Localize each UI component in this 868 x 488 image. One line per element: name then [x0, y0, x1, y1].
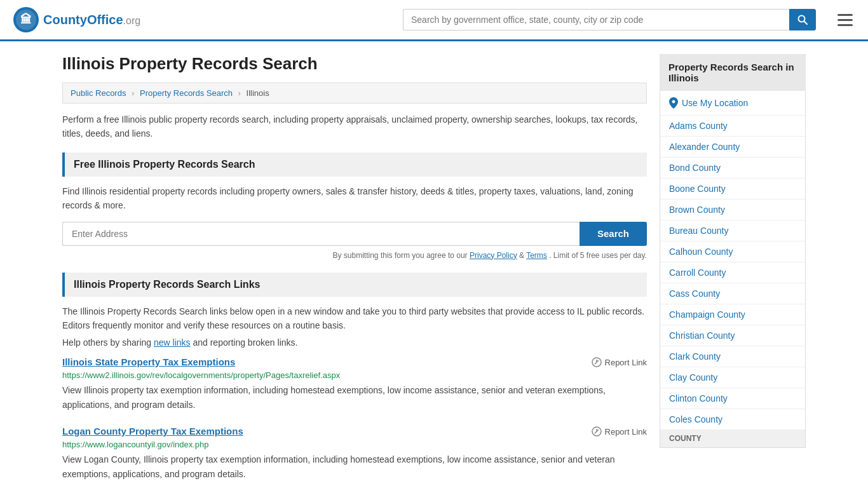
privacy-policy-link[interactable]: Privacy Policy: [470, 251, 517, 260]
free-search-heading: Free Illinois Property Records Search: [62, 152, 647, 177]
links-section-heading: Illinois Property Records Search Links: [62, 273, 647, 297]
sidebar-county-11[interactable]: Clark County: [660, 346, 805, 367]
sidebar-county-10[interactable]: Christian County: [660, 325, 805, 346]
report-link-1-button[interactable]: Report Link: [592, 426, 647, 437]
sidebar-county-0[interactable]: Adams County: [660, 116, 805, 137]
breadcrumb-property-records-search[interactable]: Property Records Search: [140, 88, 233, 98]
hamburger-line-1: [837, 14, 853, 16]
content-area: Illinois Property Records Search Public …: [62, 54, 647, 488]
use-my-location-button[interactable]: Use My Location: [660, 91, 805, 116]
sidebar-county-3[interactable]: Boone County: [660, 179, 805, 200]
sidebar-county-6[interactable]: Calhoun County: [660, 241, 805, 262]
terms-link[interactable]: Terms: [526, 251, 547, 260]
search-icon: [797, 15, 808, 25]
main-wrapper: Illinois Property Records Search Public …: [53, 41, 815, 488]
report-link-0-button[interactable]: Report Link: [592, 357, 647, 367]
logo[interactable]: 🏛 CountyOffice.org: [13, 6, 140, 33]
hamburger-line-2: [837, 19, 853, 21]
address-input[interactable]: [62, 222, 580, 246]
page-title: Illinois Property Records Search: [62, 54, 647, 74]
search-button[interactable]: Search: [580, 222, 647, 246]
hamburger-line-3: [837, 24, 853, 26]
form-disclaimer: By submitting this form you agree to our…: [62, 251, 647, 260]
free-search-description: Find Illinois residential property recor…: [62, 184, 647, 213]
sidebar-county-7[interactable]: Carroll County: [660, 262, 805, 283]
global-search-button[interactable]: [789, 9, 816, 30]
free-search-section: Free Illinois Property Records Search Fi…: [62, 152, 647, 260]
link-entry-1-desc: View Logan County, Illinois property tax…: [62, 452, 647, 481]
link-entry-1-title[interactable]: Logan County Property Tax Exemptions: [62, 426, 243, 437]
link-entry-0-header: Illinois State Property Tax Exemptions R…: [62, 356, 647, 368]
sidebar-county-8[interactable]: Cass County: [660, 283, 805, 304]
location-pin-icon: [669, 97, 678, 109]
breadcrumb-current: Illinois: [247, 88, 269, 98]
share-line: Help others by sharing new links and rep…: [62, 337, 647, 348]
global-search-bar: [403, 9, 816, 30]
breadcrumb-public-records[interactable]: Public Records: [71, 88, 126, 98]
report-icon-1: [592, 426, 602, 437]
sidebar-county-14[interactable]: Coles County: [660, 409, 805, 430]
report-icon-0: [592, 357, 602, 367]
svg-line-4: [804, 22, 808, 25]
link-entry-1: Logan County Property Tax Exemptions Rep…: [62, 426, 647, 481]
sidebar-county-2[interactable]: Bond County: [660, 158, 805, 179]
global-search-input[interactable]: [403, 9, 789, 30]
site-header: 🏛 CountyOffice.org: [0, 0, 868, 41]
sidebar-county-1[interactable]: Alexander County: [660, 137, 805, 158]
logo-icon: 🏛: [13, 6, 39, 33]
links-section: Illinois Property Records Search Links T…: [62, 273, 647, 481]
hamburger-menu-button[interactable]: [835, 11, 855, 29]
new-links-link[interactable]: new links: [154, 337, 191, 348]
county-list: Adams CountyAlexander CountyBond CountyB…: [660, 116, 805, 430]
sidebar-county-4[interactable]: Brown County: [660, 200, 805, 220]
sidebar-heading: Property Records Search in Illinois: [660, 54, 806, 91]
sidebar-list: Use My Location Adams CountyAlexander Co…: [660, 91, 806, 448]
address-search-row: Search: [62, 222, 647, 246]
link-entry-0-desc: View Illinois property tax exemption inf…: [62, 383, 647, 412]
breadcrumb: Public Records › Property Records Search…: [62, 83, 647, 104]
link-entry-0-title[interactable]: Illinois State Property Tax Exemptions: [62, 356, 235, 368]
logo-text: CountyOffice.org: [43, 13, 140, 27]
sidebar-county-5[interactable]: Bureau County: [660, 220, 805, 241]
sidebar-county-13[interactable]: Clinton County: [660, 388, 805, 409]
link-entry-0-url[interactable]: https://www2.illinois.gov/rev/localgover…: [62, 370, 647, 380]
link-entry-1-header: Logan County Property Tax Exemptions Rep…: [62, 426, 647, 437]
sidebar-county-9[interactable]: Champaign County: [660, 304, 805, 325]
links-description: The Illinois Property Records Search lin…: [62, 304, 647, 333]
link-entry-0: Illinois State Property Tax Exemptions R…: [62, 356, 647, 412]
link-entry-1-url[interactable]: https://www.logancountyil.gov/index.php: [62, 440, 647, 449]
sidebar-section-label: County: [660, 430, 805, 447]
intro-text: Perform a free Illinois public property …: [62, 112, 647, 141]
sidebar: Property Records Search in Illinois Use …: [660, 54, 806, 488]
sidebar-county-12[interactable]: Clay County: [660, 367, 805, 388]
svg-text:🏛: 🏛: [20, 13, 32, 26]
use-my-location-label: Use My Location: [682, 98, 748, 108]
